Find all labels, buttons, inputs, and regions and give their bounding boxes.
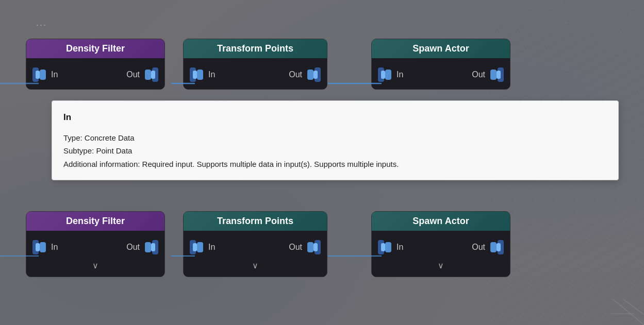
svg-rect-35 (313, 243, 318, 251)
tooltip-type: Type: Concrete Data (63, 131, 607, 145)
density-filter-top-node[interactable]: Density Filter In Out (26, 39, 165, 90)
tooltip-additional: Additional information: Required input. … (63, 158, 607, 171)
svg-rect-29 (151, 243, 155, 251)
in-port-group-sab[interactable]: In (377, 238, 403, 256)
svg-rect-17 (313, 71, 318, 79)
out-port-group-tpb[interactable]: Out (289, 238, 322, 256)
density-filter-bottom-header: Density Filter (26, 212, 164, 231)
out-port-group-sa[interactable]: Out (472, 65, 505, 84)
corner-lines (603, 294, 644, 325)
in-port-label: In (51, 70, 58, 79)
in-port-group-tpb[interactable]: In (189, 238, 215, 256)
spawn-actor-bottom-ports: In Out (372, 236, 510, 259)
svg-rect-19 (385, 70, 391, 80)
out-port-label-sab: Out (472, 243, 485, 252)
spawn-actor-top-label: Spawn Actor (412, 43, 469, 54)
spawn-actor-bottom-node[interactable]: Spawn Actor In Out ∨ (371, 211, 510, 277)
out-port-label: Out (126, 70, 140, 79)
spawn-actor-bottom-label: Spawn Actor (412, 216, 469, 226)
out-port-label-tpb: Out (289, 243, 302, 252)
in-port-label-dfb: In (51, 243, 58, 252)
svg-rect-22 (490, 70, 497, 80)
density-filter-top-ports: In Out (26, 63, 164, 86)
in-port-label-tp: In (208, 70, 215, 79)
spawn-actor-top-node[interactable]: Spawn Actor In Out (371, 39, 510, 90)
spawn-actor-bottom-header: Spawn Actor (372, 212, 510, 231)
svg-rect-20 (381, 71, 385, 79)
in-port-group[interactable]: In (31, 65, 58, 84)
svg-rect-26 (36, 243, 40, 251)
out-port-icon (143, 65, 159, 84)
out-port-group-dfb[interactable]: Out (126, 238, 159, 256)
spawn-actor-bottom-body: In Out ∨ (372, 231, 510, 277)
svg-line-43 (623, 299, 644, 315)
out-port-group[interactable]: Out (126, 65, 159, 84)
out-port-label-tp: Out (289, 70, 302, 79)
svg-rect-23 (497, 71, 501, 79)
transform-points-bottom-body: In Out ∨ (184, 231, 327, 277)
in-port-group-tp[interactable]: In (189, 65, 215, 84)
out-port-icon-dfb (143, 238, 159, 256)
in-port-icon-dfb (31, 238, 48, 256)
in-port-label-sab: In (397, 243, 403, 252)
in-port-icon-sab (377, 238, 393, 256)
out-port-icon-sab (488, 238, 505, 256)
in-port-icon (31, 65, 48, 84)
density-filter-top-label: Density Filter (66, 43, 125, 54)
in-port-icon-tpb (189, 238, 205, 256)
svg-rect-14 (193, 71, 197, 79)
density-filter-bottom-chevron[interactable]: ∨ (26, 259, 164, 273)
out-port-label-dfb: Out (126, 243, 140, 252)
in-port-label-sa: In (397, 70, 403, 79)
svg-rect-34 (307, 242, 313, 252)
out-port-icon-tpb (305, 238, 322, 256)
out-port-group-tp[interactable]: Out (289, 65, 322, 84)
transform-points-top-body: In Out (184, 58, 327, 89)
spawn-actor-top-ports: In Out (372, 63, 510, 86)
svg-rect-7 (40, 70, 46, 80)
svg-rect-32 (193, 243, 197, 251)
tooltip-panel: In Type: Concrete Data Subtype: Point Da… (52, 100, 619, 180)
svg-rect-41 (497, 243, 501, 251)
transform-points-top-header: Transform Points (184, 39, 327, 58)
transform-points-top-ports: In Out (184, 63, 327, 86)
transform-points-top-label: Transform Points (217, 43, 293, 54)
svg-rect-38 (381, 243, 385, 251)
spawn-actor-top-header: Spawn Actor (372, 39, 510, 58)
spawn-actor-top-body: In Out (372, 58, 510, 89)
in-port-group-sa[interactable]: In (377, 65, 403, 84)
transform-points-bottom-node[interactable]: Transform Points In Out ∨ (183, 211, 327, 277)
density-filter-bottom-node[interactable]: Density Filter In Out ∨ (26, 211, 165, 277)
out-port-label-sa: Out (472, 70, 485, 79)
in-port-icon-sa (377, 65, 393, 84)
svg-rect-11 (151, 71, 155, 79)
svg-rect-40 (490, 242, 497, 252)
transform-points-bottom-chevron[interactable]: ∨ (184, 259, 327, 273)
svg-rect-16 (307, 70, 313, 80)
svg-rect-13 (197, 70, 203, 80)
tooltip-title: In (63, 110, 607, 125)
in-port-icon-tp (189, 65, 205, 84)
density-filter-bottom-body: In Out ∨ (26, 231, 164, 277)
density-filter-top-header: Density Filter (26, 39, 164, 58)
in-port-label-tpb: In (208, 243, 215, 252)
svg-rect-31 (197, 242, 203, 252)
spawn-actor-bottom-chevron[interactable]: ∨ (372, 259, 510, 273)
density-filter-bottom-ports: In Out (26, 236, 164, 259)
node-dots-icon: ... (36, 18, 47, 28)
svg-rect-10 (145, 70, 151, 80)
transform-points-bottom-ports: In Out (184, 236, 327, 259)
svg-rect-25 (40, 242, 46, 252)
transform-points-bottom-header: Transform Points (184, 212, 327, 231)
svg-rect-8 (36, 71, 40, 79)
density-filter-top-body: In Out (26, 58, 164, 89)
svg-rect-37 (385, 242, 391, 252)
transform-points-top-node[interactable]: Transform Points In Out (183, 39, 327, 90)
transform-points-bottom-label: Transform Points (217, 216, 293, 226)
out-port-icon-tp (305, 65, 322, 84)
density-filter-bottom-label: Density Filter (66, 216, 125, 226)
out-port-icon-sa (488, 65, 505, 84)
tooltip-subtype: Subtype: Point Data (63, 144, 607, 158)
in-port-group-dfb[interactable]: In (31, 238, 58, 256)
out-port-group-sab[interactable]: Out (472, 238, 505, 256)
